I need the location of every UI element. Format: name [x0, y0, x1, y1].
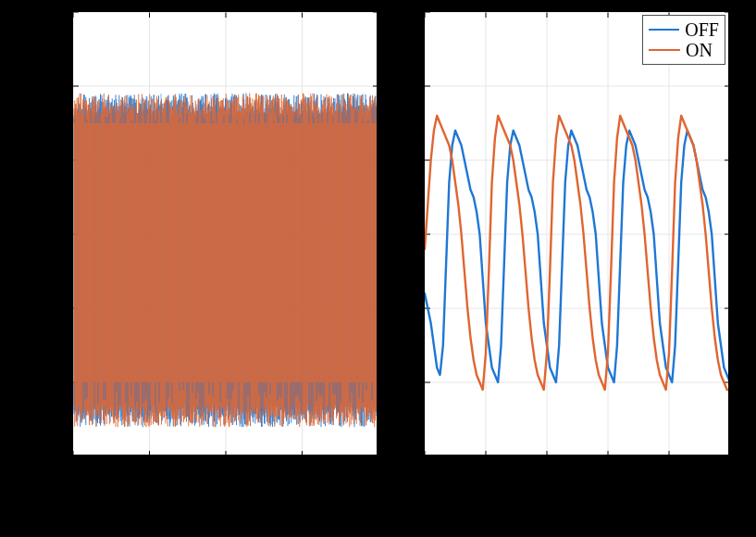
legend-label-off: OFF	[685, 19, 719, 41]
xtick-label: 20	[139, 459, 155, 479]
left-chart-svg	[73, 12, 378, 456]
ytick-label: 10	[43, 298, 60, 318]
ytick-label: 0	[51, 372, 59, 392]
legend: OFF ON	[642, 15, 725, 65]
xtick-label: 1	[480, 459, 489, 479]
ytick-label: -10	[37, 446, 59, 466]
xtick-label: 5	[725, 459, 733, 479]
xtick-label: 80	[367, 459, 384, 479]
ytick-label: 20	[43, 224, 60, 244]
ytick-label: 30	[43, 150, 60, 169]
left-chart-panel	[72, 11, 378, 456]
right-chart-panel	[424, 11, 729, 456]
ytick-label: 40	[43, 76, 60, 95]
figure-root: Contraction [mm] Time [s] Time [s] -10 0…	[0, 0, 756, 537]
right-chart-svg	[425, 12, 729, 456]
xtick-label: 0	[419, 459, 428, 479]
xtick-label: 2	[541, 459, 550, 479]
legend-label-on: ON	[686, 40, 713, 61]
ytick-label: 50	[43, 3, 60, 22]
legend-entry-on: ON	[649, 40, 719, 60]
y-axis-label: Contraction [mm]	[20, 169, 44, 315]
xtick-label: 40	[215, 459, 231, 479]
right-x-axis-label: Time [s]	[541, 481, 610, 506]
left-x-axis-label: Time [s]	[190, 481, 258, 506]
xtick-label: 60	[291, 459, 308, 479]
xtick-label: 0	[68, 459, 76, 479]
legend-swatch-on	[649, 49, 680, 51]
xtick-label: 4	[663, 459, 672, 479]
xtick-label: 3	[602, 459, 611, 479]
legend-entry-off: OFF	[649, 19, 719, 40]
legend-swatch-off	[649, 29, 679, 31]
